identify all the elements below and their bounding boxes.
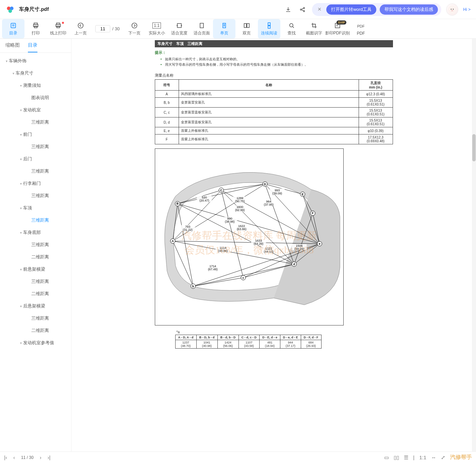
app-logo-icon[interactable] — [5, 5, 15, 14]
toc-label: 三维距离 — [31, 278, 49, 285]
tool-fitw[interactable]: 适合宽度 — [168, 19, 191, 38]
download-icon[interactable] — [283, 5, 293, 14]
toc-item[interactable]: 二维距离 — [0, 288, 71, 300]
sidebar: 缩略图 目录 ▾车辆外饰▾车身尺寸▾测量须知图表说明▾发动机室三维距离▾前门三维… — [0, 39, 71, 451]
prev-page-icon[interactable]: ‹ — [13, 454, 15, 460]
toc-item[interactable]: ▾前悬架横梁 — [0, 263, 71, 275]
double-page-icon[interactable]: ▯▯ — [394, 454, 399, 461]
notification-dot-icon — [62, 22, 64, 24]
tool-pdf[interactable]: PDFPDF — [350, 19, 372, 38]
tool-search[interactable]: 查找 — [280, 19, 303, 38]
tool-print2[interactable]: 线上打印 — [47, 19, 69, 38]
tool-label: 目录 — [9, 30, 17, 36]
tab-thumbnails[interactable]: 缩略图 — [5, 42, 20, 52]
toc-item[interactable]: ▾测量须知 — [0, 79, 71, 92]
dim-cell: 1041(40.98) — [196, 340, 217, 349]
page-number-input[interactable] — [95, 25, 110, 32]
dim-cell: 684(26.93) — [301, 340, 321, 349]
dim-header: D - e, d - E — [280, 335, 301, 340]
toc-item[interactable]: 三维距离 — [0, 239, 71, 251]
tool-fitp[interactable]: 适合页面 — [191, 19, 213, 38]
toc-item[interactable]: 二维距离 — [0, 324, 71, 337]
tool-actual[interactable]: 1:1实际大小 — [146, 19, 168, 38]
scrollbar[interactable] — [472, 39, 476, 451]
tool-next[interactable]: 下一页 — [123, 19, 146, 38]
first-page-icon[interactable]: |‹ — [4, 454, 7, 460]
header-right: × 打开图片转word工具 帮我写这个文档的读后感 Hi > — [283, 3, 471, 16]
svg-text:B: B — [176, 202, 179, 205]
fitw-icon — [176, 21, 183, 30]
promo-word-button[interactable]: 打开图片转word工具 — [326, 4, 376, 15]
continuous-icon[interactable]: ☰ — [404, 454, 408, 461]
tool-cont[interactable]: 连续阅读 — [258, 19, 280, 38]
toc-item[interactable]: ▾车身尺寸 — [0, 67, 71, 79]
toc-item[interactable]: 三维距离 — [0, 275, 71, 288]
tool-print[interactable]: 打印 — [24, 19, 47, 38]
cell-name: 全景装置盖板安装孔 — [179, 117, 359, 127]
toc-label: 三维距离 — [31, 193, 49, 199]
cell-symbol: B, b — [155, 98, 179, 108]
toc-label: 发动机室参考值 — [23, 340, 54, 346]
fit-width-icon[interactable]: ↔ — [431, 454, 436, 460]
tool-toc[interactable]: 目录 — [2, 19, 24, 38]
toc-item[interactable]: ▾车辆外饰 — [0, 55, 71, 67]
tool-prev[interactable]: 上一页 — [69, 19, 92, 38]
toc-item[interactable]: 三维距离 — [0, 312, 71, 324]
toc-item[interactable]: 二维距离 — [0, 251, 71, 263]
close-icon[interactable]: × — [316, 6, 323, 13]
caret-icon: ▾ — [18, 182, 23, 186]
tool-ocr[interactable]: 影印PDF识别SVIP — [325, 19, 350, 38]
single-icon — [221, 21, 228, 30]
avatar-icon[interactable] — [446, 3, 458, 16]
promo-summary-button[interactable]: 帮我写这个文档的读后感 — [380, 4, 438, 15]
dim-header: B - d, b - D — [217, 335, 239, 340]
section-label: 测量点名称 — [155, 73, 393, 78]
tool-crop[interactable]: 截图识字 — [303, 19, 325, 38]
next-icon — [131, 21, 138, 30]
toc-item[interactable]: 三维距离 — [0, 214, 71, 226]
toc-item[interactable]: ▾车身底部 — [0, 226, 71, 239]
toc-item[interactable]: ▾后门 — [0, 153, 71, 165]
dim-cell: 481(18.94) — [259, 340, 280, 349]
svg-text:(67.48): (67.48) — [208, 268, 217, 271]
tool-double[interactable]: 双页 — [235, 19, 258, 38]
roof-diagram: ABCDEFbcde 520(20.47)1289(50.75)993(39.0… — [155, 149, 343, 325]
toc-item[interactable]: 三维距离 — [0, 190, 71, 202]
toc-item[interactable]: 三维距离 — [0, 165, 71, 177]
toc-label: 三维距离 — [31, 119, 49, 125]
toc-item[interactable]: ▾发动机室 — [0, 104, 71, 116]
svg-point-16 — [78, 23, 83, 28]
toc-item[interactable]: ▾前门 — [0, 128, 71, 141]
next-page-icon[interactable]: › — [40, 454, 42, 460]
pdf-page: 车身尺寸 车顶 三维距离 提示： 如果只标出一种尺寸，则表示左右是互相对称的。用… — [155, 40, 393, 355]
hint-item: 用大写字母表示的符号指车身右侧，用小写字母表示的符号指车身左侧（从车辆后部往前看… — [165, 62, 393, 67]
toc-item[interactable]: ▾车顶 — [0, 202, 71, 214]
scrollbar-thumb[interactable] — [472, 134, 476, 161]
page-total: / 30 — [112, 26, 120, 31]
toc-item[interactable]: 三维距离 — [0, 141, 71, 153]
cell-dia: φ12.3 (0.48) — [359, 91, 393, 98]
tool-label: 影印PDF识别 — [325, 30, 350, 36]
print-icon — [32, 21, 39, 30]
single-page-icon[interactable]: ▭ — [384, 454, 389, 461]
fit-page-icon[interactable]: ⤢ — [441, 454, 445, 461]
actual-size-icon[interactable]: 1:1 — [419, 454, 426, 460]
tab-toc[interactable]: 目录 — [28, 42, 37, 52]
dim-header: B - D, b - d — [196, 335, 217, 340]
table-header: 符号 — [155, 80, 179, 91]
hi-link[interactable]: Hi > — [463, 7, 471, 12]
toc-item[interactable]: ▾行李厢门 — [0, 177, 71, 190]
toc-item[interactable]: 三维距离 — [0, 116, 71, 128]
cell-name: 全景装置盖板安装孔 — [179, 108, 359, 117]
toc-label: 车身底部 — [23, 229, 41, 236]
toc-item[interactable]: ▾后悬架横梁 — [0, 300, 71, 312]
share-icon[interactable] — [298, 5, 307, 14]
tool-single[interactable]: 单页 — [213, 19, 235, 38]
toc-label: 三维距离 — [31, 168, 49, 174]
toc-label: 三维距离 — [31, 315, 49, 321]
toolbar: 目录打印线上打印上一页/ 30下一页1:1实际大小适合宽度适合页面单页双页连续阅… — [0, 19, 476, 39]
toc-item[interactable]: 图表说明 — [0, 92, 71, 104]
dimension-section: *a A - D, A - dB - D, b - dB - d, b - DC… — [175, 330, 322, 349]
last-page-icon[interactable]: ›| — [48, 454, 51, 460]
toc-item[interactable]: ▾发动机室参考值 — [0, 337, 71, 349]
